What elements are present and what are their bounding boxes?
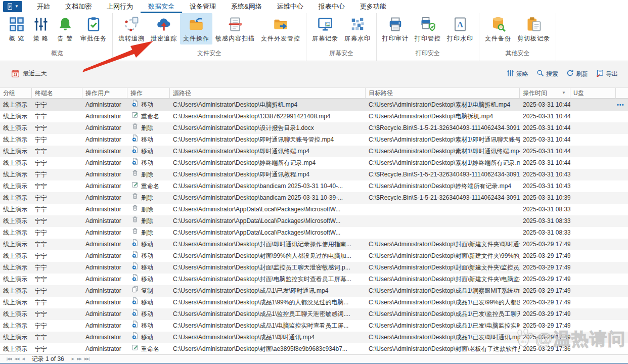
ribbon-button-file-operation[interactable]: 文件操作 <box>180 13 212 44</box>
menu-item-device-management[interactable]: 设备管理 <box>182 0 223 13</box>
nav-next-page-icon[interactable]: ▶▶ <box>75 357 83 361</box>
search-button[interactable]: 搜索 <box>536 69 558 78</box>
table-row[interactable]: 线上演示宁宁Administrator删除C:\Users\Administra… <box>0 192 628 204</box>
nav-first-icon[interactable]: |◀◀ <box>5 357 13 361</box>
nav-prev-icon[interactable]: ◀ <box>20 357 25 361</box>
nav-last-icon[interactable]: ▶▶| <box>83 357 91 361</box>
ribbon-button-label: 打印审计 <box>382 34 409 43</box>
table-row[interactable]: 线上演示宁宁Administrator删除C:\Users\Administra… <box>0 122 628 134</box>
ribbon-group-label: 屏幕安全 <box>309 48 374 61</box>
table-row[interactable]: 线上演示宁宁Administrator移动C:\Users\Administra… <box>0 134 628 146</box>
cell-source-path: C:\Users\Administrator\Desktop\133876229… <box>170 111 366 122</box>
menu-item-internet-behavior[interactable]: 上网行为 <box>99 0 141 13</box>
table-row[interactable]: 线上演示宁宁Administrator重命名C:\Users\Administr… <box>0 180 628 192</box>
menu-item-start[interactable]: 开始 <box>29 0 58 13</box>
table-row[interactable]: 线上演示宁宁Administrator移动C:\Users\Administra… <box>0 99 628 111</box>
ribbon-button-file-outgoing-control[interactable]: 文件外发管控 <box>258 13 303 44</box>
sort-dropdown-icon[interactable]: ▼ <box>562 88 566 98</box>
ribbon-button-print-watermark[interactable]: A打印水印 <box>444 13 476 44</box>
column-header-label: 操作时间 <box>523 88 547 98</box>
cell-terminal: 宁宁 <box>32 146 82 157</box>
column-header-operation[interactable]: 操作 <box>127 88 170 98</box>
ribbon-button-approval-tasks[interactable]: 审批任务 <box>77 13 110 44</box>
cell-group: 线上演示 <box>0 99 32 111</box>
table-row[interactable]: 线上演示宁宁Administrator移动C:\Users\Administra… <box>0 297 628 308</box>
table-row[interactable]: 线上演示宁宁Administrator移动C:\Users\Administra… <box>0 157 628 169</box>
cell-terminal: 宁宁 <box>32 169 82 180</box>
ribbon-button-file-backup[interactable]: 文件备份 <box>482 13 514 44</box>
table-row[interactable]: 线上演示宁宁Administrator移动C:\Users\Administra… <box>0 274 628 285</box>
column-header-target-path[interactable]: 目标路径 <box>366 88 520 98</box>
date-filter-button[interactable]: 23 最近三天 <box>11 69 47 78</box>
ribbon-button-print-audit[interactable]: 打印审计 <box>379 13 412 44</box>
table-row[interactable]: 线上演示宁宁Administrator删除C:\Users\Administra… <box>0 227 628 239</box>
export-button[interactable]: 导出 <box>596 69 618 78</box>
column-header-group[interactable]: 分组 <box>0 88 32 98</box>
menu-item-data-security[interactable]: 数据安全 <box>141 0 182 13</box>
cell-extra <box>616 274 628 285</box>
cell-time: 2025-03-29 17:49:58 <box>520 239 570 250</box>
cell-extra <box>616 297 628 308</box>
column-header-usb[interactable]: U盘 <box>570 88 616 98</box>
policy-button[interactable]: 策略 <box>507 69 528 78</box>
ribbon-button-flow-trace[interactable]: 流转追溯 <box>115 13 148 44</box>
ribbon-button-content-scan[interactable]: 敏感内容扫描 <box>212 13 258 44</box>
refresh-button[interactable]: 刷新 <box>566 69 588 78</box>
table-row[interactable]: 线上演示宁宁Administrator移动C:\Users\Administra… <box>0 308 628 320</box>
menu-item-system-network[interactable]: 系统&网络 <box>223 0 270 13</box>
cell-operation: 移动 <box>127 262 170 274</box>
cell-operation: 移动 <box>127 239 170 250</box>
cell-extra <box>616 134 628 146</box>
table-row[interactable]: 线上演示宁宁Administrator删除C:\Users\Administra… <box>0 169 628 180</box>
cell-source-path: C:\Users\Administrator\Desktop\婷终端所有记录.m… <box>170 157 366 169</box>
ribbon-button-print-control[interactable]: 打印管控 <box>412 13 444 44</box>
table-row[interactable]: 线上演示宁宁Administrator移动C:\Users\Administra… <box>0 146 628 157</box>
column-header-user[interactable]: 操作用户 <box>82 88 127 98</box>
ribbon-button-alert[interactable]: 告 警 <box>53 13 77 44</box>
table-row[interactable]: 线上演示宁宁Administrator移动C:\Users\Administra… <box>0 239 628 250</box>
table-row[interactable]: 线上演示宁宁Administrator移动C:\Users\Administra… <box>0 262 628 274</box>
nav-prev-page-icon[interactable]: ◀◀ <box>13 357 21 361</box>
menu-item-doc-encryption[interactable]: 文档加密 <box>58 0 99 13</box>
op-delete-icon <box>131 215 139 227</box>
cell-target-path <box>366 204 520 215</box>
table-row[interactable]: 线上演示宁宁Administrator删除C:\Users\Administra… <box>0 215 628 227</box>
ribbon-button-screen-record[interactable]: 屏幕记录 <box>309 13 341 44</box>
column-header-extra[interactable] <box>616 88 628 98</box>
table-row[interactable]: 线上演示宁宁Administrator复制C:\Users\Administra… <box>0 285 628 297</box>
table-row[interactable]: 线上演示宁宁Administrator重命名C:\Users\Administr… <box>0 111 628 122</box>
print-watermark-icon: A <box>453 17 468 32</box>
ribbon-button-screen-watermark[interactable]: 屏幕水印 <box>341 13 374 44</box>
ribbon-button-policy[interactable]: 策 略 <box>29 13 53 44</box>
op-move-icon <box>131 262 139 274</box>
menu-item-ops-center[interactable]: 运维中心 <box>270 0 311 13</box>
row-more-button[interactable]: ••• <box>617 102 624 108</box>
cell-time: 2025-03-31 08:33:22 <box>520 227 570 239</box>
nav-next-icon[interactable]: ▶ <box>70 357 75 361</box>
menu-item-more-features[interactable]: 更多功能 <box>352 0 394 13</box>
ribbon-button-clipboard-record[interactable]: 剪切板记录 <box>514 13 553 44</box>
column-header-time[interactable]: 操作时间▼ <box>520 88 570 98</box>
cell-target-path: C:\$Recycle.Bin\S-1-5-21-326340493-11140… <box>366 192 520 204</box>
column-header-source-path[interactable]: 源路径 <box>170 88 366 98</box>
cell-terminal: 宁宁 <box>32 157 82 169</box>
table-row[interactable]: 线上演示宁宁Administrator移动C:\Users\Administra… <box>0 320 628 332</box>
ribbon-button-overview[interactable]: 概 览 <box>5 13 29 44</box>
menu-item-report-center[interactable]: 报表中心 <box>311 0 352 13</box>
cell-usb <box>570 146 616 157</box>
table-row[interactable]: 线上演示宁宁Administrator删除C:\Users\Administra… <box>0 204 628 215</box>
op-move-icon <box>131 274 139 285</box>
cell-usb <box>570 227 616 239</box>
column-header-terminal[interactable]: 终端名 <box>32 88 82 98</box>
cell-extra <box>616 146 628 157</box>
cell-target-path: C:\Users\Administrator\Desktop\电脑拆机.mp4 <box>366 111 520 122</box>
table-row[interactable]: 线上演示宁宁Administrator移动C:\Users\Administra… <box>0 332 628 343</box>
ribbon-button-leak-trace[interactable]: 泄密追踪 <box>148 13 180 44</box>
cell-operation: 删除 <box>127 215 170 227</box>
table-row[interactable]: 线上演示宁宁Administrator重命名C:\Users\Administr… <box>0 343 628 355</box>
approval-clipboard-icon <box>86 17 101 32</box>
table-row[interactable]: 线上演示宁宁Administrator移动C:\Users\Administra… <box>0 250 628 262</box>
date-filter-label: 最近三天 <box>23 69 47 78</box>
cell-user: Administrator <box>82 169 127 180</box>
app-menu-button[interactable]: ▼ <box>3 1 22 12</box>
